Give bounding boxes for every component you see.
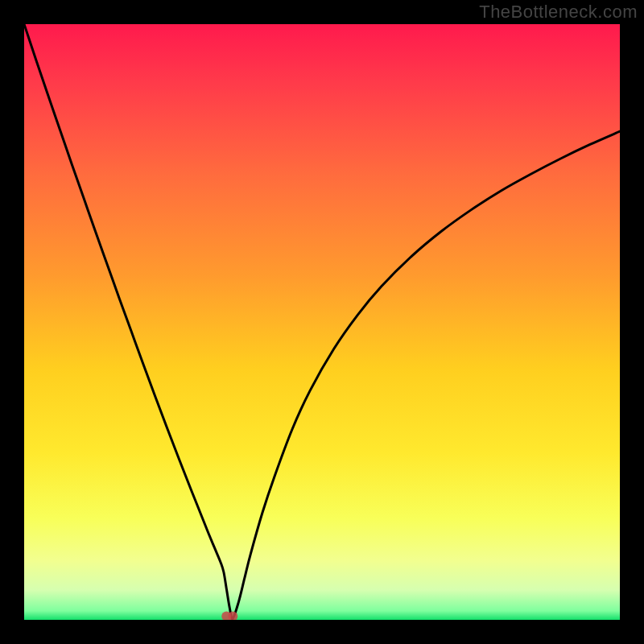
chart-svg (24, 24, 620, 620)
watermark-text: TheBottleneck.com (479, 2, 638, 23)
chart-frame: TheBottleneck.com (0, 0, 644, 644)
gradient-background (24, 24, 620, 620)
optimum-marker (221, 612, 237, 620)
plot-area (24, 24, 620, 620)
